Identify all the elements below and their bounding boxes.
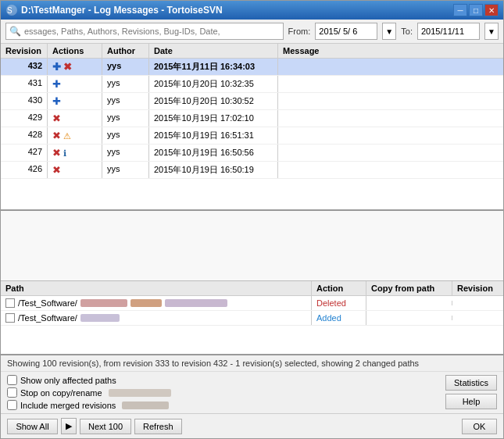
cell-action: Deleted <box>312 296 366 310</box>
from-date-input[interactable] <box>315 23 377 40</box>
cell-author: yys <box>102 76 149 92</box>
show-affected-row: Show only affected paths <box>7 375 171 385</box>
cell-actions: ✖ ℹ <box>48 145 102 161</box>
include-merged-label: Include merged revisions <box>20 401 116 410</box>
path-checkbox[interactable] <box>5 298 15 308</box>
header-copyfrom: Copy from path <box>366 281 452 295</box>
log-table-body: 432 ✚ ✖ yys 2015年11月11日 16:34:03 431 ✚ y… <box>1 59 503 209</box>
cell-revision: 430 <box>1 93 48 109</box>
cell-message <box>278 76 503 92</box>
log-table-area: Revision Actions Author Date Message 432… <box>1 44 503 211</box>
to-date-input[interactable] <box>417 23 480 40</box>
stop-on-copy-checkbox[interactable] <box>7 387 17 398</box>
side-buttons-col: Statistics Help <box>445 375 497 409</box>
path-text: /Test_Software/ <box>18 313 77 323</box>
table-row[interactable]: 429 ✖ yys 2015年10月19日 17:02:10 <box>1 110 503 127</box>
cell-date: 2015年10月19日 17:02:10 <box>149 110 278 127</box>
options-area: Show only affected paths Stop on copy/re… <box>1 372 503 413</box>
path-blurred-1 <box>80 299 127 307</box>
arrow-button[interactable]: ▶ <box>61 418 77 434</box>
title-buttons: ─ □ ✕ <box>453 4 499 16</box>
cell-author: yys <box>102 93 149 109</box>
del-icon: ✖ <box>52 147 61 159</box>
stop-on-copy-label: Stop on copy/rename <box>20 388 102 398</box>
header-revision: Revision <box>1 44 48 58</box>
cell-message <box>278 145 503 161</box>
path-checkbox[interactable] <box>5 313 15 323</box>
path-text: /Test_Software/ <box>18 298 77 308</box>
title-bar-left: S D:\TestManger - Log Messages - Tortois… <box>5 4 223 16</box>
cell-copyfrom <box>366 316 452 320</box>
path-blurred-4 <box>80 314 120 322</box>
message-detail-area <box>1 211 503 281</box>
header-actions: Actions <box>48 44 102 58</box>
paths-table-area: Path Action Copy from path Revision /Tes… <box>1 281 503 355</box>
cell-message <box>278 93 503 109</box>
del-icon: ✖ <box>52 130 61 141</box>
cell-actions: ✚ ✖ <box>48 59 102 75</box>
table-row[interactable]: 427 ✖ ℹ yys 2015年10月19日 16:50:56 <box>1 145 503 162</box>
header-path: Path <box>1 281 312 295</box>
cell-date: 2015年10月20日 10:30:52 <box>149 93 278 109</box>
warn-icon: ⚠ <box>63 131 71 141</box>
header-action: Action <box>312 281 366 295</box>
close-button[interactable]: ✕ <box>484 4 499 16</box>
cell-revision: 428 <box>1 127 48 144</box>
cell-copyfrom <box>366 301 452 305</box>
cell-revision: 431 <box>1 76 48 92</box>
table-row[interactable]: 431 ✚ yys 2015年10月20日 10:32:35 <box>1 76 503 93</box>
main-content: Revision Actions Author Date Message 432… <box>1 44 503 438</box>
cell-date: 2015年10月20日 10:32:35 <box>149 76 278 92</box>
add-icon: ✚ <box>52 78 61 90</box>
table-row[interactable]: 428 ✖ ⚠ yys 2015年10月19日 16:51:31 <box>1 127 503 145</box>
to-label: To: <box>401 27 413 36</box>
maximize-button[interactable]: □ <box>469 4 483 16</box>
del-icon: ✖ <box>63 61 72 73</box>
help-button[interactable]: Help <box>445 394 497 409</box>
search-input[interactable] <box>24 27 280 36</box>
cell-path: /Test_Software/ <box>1 311 312 325</box>
include-merged-checkbox[interactable] <box>7 400 17 410</box>
cell-author: yys <box>102 110 149 127</box>
path-blurred-3 <box>165 299 227 307</box>
path-row[interactable]: /Test_Software/ Added <box>1 311 503 326</box>
status-bar: Showing 100 revision(s), from revision 3… <box>1 355 503 372</box>
bottom-bar: Show All ▶ Next 100 Refresh OK <box>1 413 503 438</box>
cell-actions: ✖ ⚠ <box>48 127 102 144</box>
cell-author: yys <box>102 162 149 178</box>
next-100-button[interactable]: Next 100 <box>80 419 131 434</box>
header-author: Author <box>102 44 149 58</box>
info-icon: ℹ <box>63 148 66 158</box>
ok-button[interactable]: OK <box>462 419 497 434</box>
show-all-button[interactable]: Show All <box>7 419 58 434</box>
statistics-button[interactable]: Statistics <box>445 375 497 391</box>
show-affected-checkbox[interactable] <box>7 375 17 385</box>
bottom-right-buttons: OK <box>462 419 497 434</box>
merged-blurred <box>122 402 169 409</box>
bottom-left-buttons: Show All ▶ Next 100 Refresh <box>7 418 182 434</box>
stop-on-copy-row: Stop on copy/rename <box>7 387 171 398</box>
del-icon: ✖ <box>52 164 61 176</box>
table-row[interactable]: 432 ✚ ✖ yys 2015年11月11日 16:34:03 <box>1 59 503 76</box>
window-title: D:\TestManger - Log Messages - TortoiseS… <box>21 5 223 16</box>
search-box[interactable]: 🔍 <box>5 23 284 40</box>
cell-actions: ✖ <box>48 110 102 127</box>
table-row[interactable]: 430 ✚ yys 2015年10月20日 10:30:52 <box>1 93 503 110</box>
path-row[interactable]: /Test_Software/ Deleted <box>1 296 503 311</box>
checkboxes-col: Show only affected paths Stop on copy/re… <box>7 375 171 410</box>
minimize-button[interactable]: ─ <box>453 4 467 16</box>
cell-message <box>278 127 503 144</box>
cell-revision <box>452 316 503 320</box>
refresh-button[interactable]: Refresh <box>134 419 182 434</box>
from-date-dropdown[interactable]: ▼ <box>382 23 396 40</box>
include-merged-row: Include merged revisions <box>7 400 171 410</box>
show-affected-label: Show only affected paths <box>20 376 116 385</box>
cell-message <box>278 162 503 178</box>
stop-copy-blurred <box>109 389 171 397</box>
cell-date: 2015年10月19日 16:50:56 <box>149 145 278 161</box>
table-row[interactable]: 426 ✖ yys 2015年10月19日 16:50:19 <box>1 162 503 179</box>
header-revision: Revision <box>452 281 503 295</box>
to-date-dropdown[interactable]: ▼ <box>484 23 499 40</box>
path-blurred-2 <box>130 299 162 307</box>
log-table-header: Revision Actions Author Date Message <box>1 44 503 59</box>
